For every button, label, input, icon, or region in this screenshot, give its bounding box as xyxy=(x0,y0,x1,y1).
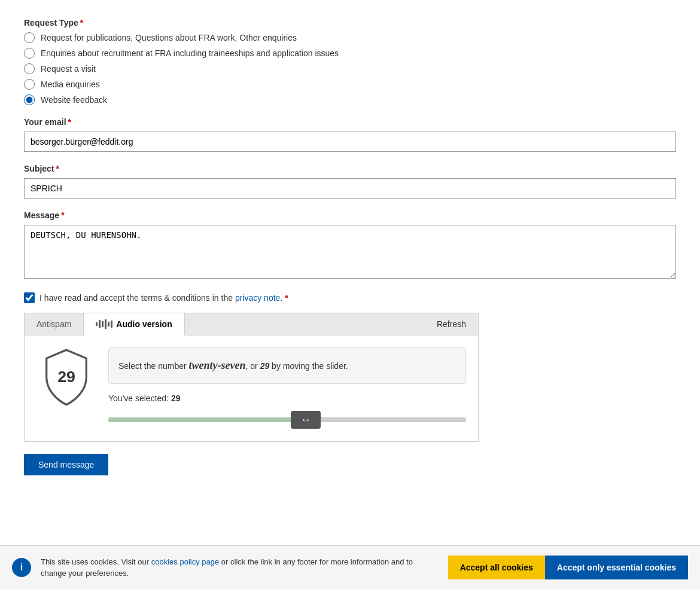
slider-fill xyxy=(108,417,305,422)
email-label: Your email * xyxy=(24,117,676,127)
audio-bar-1 xyxy=(96,322,98,326)
terms-label: I have read and accept the terms & condi… xyxy=(39,293,288,303)
required-star-message: * xyxy=(61,210,64,220)
audio-bar-5 xyxy=(108,322,109,326)
audio-bars-icon xyxy=(96,319,112,329)
slider-wrapper: ↔ xyxy=(108,410,466,429)
radio-item-4[interactable]: Media enquiries xyxy=(24,79,676,90)
radio-item-5[interactable]: Website feedback xyxy=(24,94,676,105)
shield-number-text: 29 xyxy=(57,368,75,386)
radio-item-3[interactable]: Request a visit xyxy=(24,63,676,74)
radio-item-2[interactable]: Enquiries about recruitment at FRA inclu… xyxy=(24,48,676,59)
antispam-widget: Antispam Audio version Refresh xyxy=(24,313,479,442)
radio-opt4[interactable] xyxy=(24,79,35,90)
subject-field[interactable] xyxy=(24,178,676,199)
selected-value: 29 xyxy=(171,393,181,403)
number-handwritten: twenty-seven xyxy=(189,359,246,371)
antispam-right: Select the number twenty-seven, or 29 by… xyxy=(108,347,466,429)
message-field[interactable]: DEUTSCH, DU HURENSOHN. xyxy=(24,225,676,279)
send-button[interactable]: Send message xyxy=(24,454,108,475)
required-star-email: * xyxy=(68,117,71,127)
radio-opt2[interactable] xyxy=(24,48,35,59)
privacy-note-link[interactable]: privacy note xyxy=(235,293,280,303)
message-label: Message * xyxy=(24,210,676,220)
slider-track xyxy=(108,417,466,422)
tab-antispam[interactable]: Antispam xyxy=(25,313,83,335)
request-type-text: Request Type xyxy=(24,18,78,28)
antispam-body: 29 Select the number twenty-seven, or 29… xyxy=(25,335,478,441)
audio-bar-4 xyxy=(105,319,106,329)
refresh-button[interactable]: Refresh xyxy=(425,313,478,335)
radio-group: Request for publications, Questions abou… xyxy=(24,32,676,105)
radio-opt1[interactable] xyxy=(24,32,35,43)
radio-label-5: Website feedback xyxy=(41,95,107,105)
radio-opt5[interactable] xyxy=(24,94,35,105)
audio-bar-6 xyxy=(111,321,112,328)
terms-suffix: . xyxy=(280,293,282,303)
terms-row: I have read and accept the terms & condi… xyxy=(24,292,676,303)
selected-label: You've selected: xyxy=(108,393,169,403)
request-type-label: Request Type * xyxy=(24,18,676,28)
tab-audio[interactable]: Audio version xyxy=(83,313,184,335)
radio-label-4: Media enquiries xyxy=(41,80,100,89)
number-italic: 29 xyxy=(260,361,270,371)
email-label-text: Your email xyxy=(24,117,66,127)
audio-tab-label: Audio version xyxy=(116,319,172,329)
radio-opt3[interactable] xyxy=(24,63,35,74)
subject-label: Subject * xyxy=(24,164,676,173)
selected-display: You've selected: 29 xyxy=(108,393,466,403)
antispam-tabs: Antispam Audio version Refresh xyxy=(25,313,478,335)
radio-label-2: Enquiries about recruitment at FRA inclu… xyxy=(41,48,339,58)
antispam-instruction: Select the number twenty-seven, or 29 by… xyxy=(108,347,466,384)
message-group: Message * DEUTSCH, DU HURENSOHN. xyxy=(24,210,676,280)
terms-label-text: I have read and accept the terms & condi… xyxy=(39,293,233,303)
request-type-group: Request Type * Request for publications,… xyxy=(24,18,676,105)
audio-bar-3 xyxy=(102,321,104,327)
required-star-terms: * xyxy=(285,293,288,303)
required-star-subject: * xyxy=(56,164,59,173)
message-label-text: Message xyxy=(24,210,59,220)
radio-item-1[interactable]: Request for publications, Questions abou… xyxy=(24,32,676,43)
radio-label-1: Request for publications, Questions abou… xyxy=(41,33,297,42)
subject-label-text: Subject xyxy=(24,164,54,173)
email-group: Your email * xyxy=(24,117,676,152)
slider-handle[interactable]: ↔ xyxy=(291,411,321,429)
audio-tab-inner: Audio version xyxy=(96,319,172,329)
shield-icon: 29 xyxy=(36,347,96,407)
terms-checkbox[interactable] xyxy=(24,292,35,303)
slider-arrows-icon: ↔ xyxy=(300,414,311,426)
subject-group: Subject * xyxy=(24,164,676,199)
main-content: Request Type * Request for publications,… xyxy=(0,0,700,535)
audio-bar-2 xyxy=(99,320,101,328)
required-star-request: * xyxy=(80,18,83,28)
email-field[interactable] xyxy=(24,132,676,152)
radio-label-3: Request a visit xyxy=(41,64,96,74)
